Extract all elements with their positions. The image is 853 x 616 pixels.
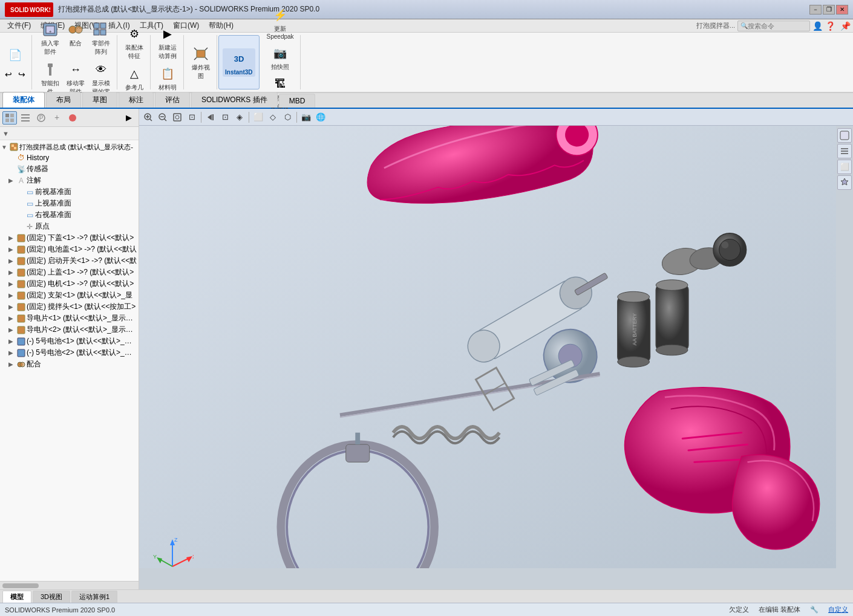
pin-icon[interactable]: 📌 xyxy=(840,21,851,31)
tree-part9-item[interactable]: ▶ 导电片<2> (默认<<默认>_显示状态 xyxy=(0,324,139,336)
tab-mbd[interactable]: MBD xyxy=(279,94,316,108)
tool-new[interactable]: 📄 xyxy=(3,44,27,66)
tree-part2-item[interactable]: ▶ (固定) 电池盖<1> ->? (默认<<默认 xyxy=(0,244,139,255)
tree-part4-item[interactable]: ▶ (固定) 上盖<1> ->? (默认<<默认> xyxy=(0,267,139,278)
svg-rect-38 xyxy=(18,280,25,288)
right-side-buttons: ⬜ xyxy=(836,126,853,192)
tree-front-plane-item[interactable]: ▭ 前视基准面 xyxy=(0,186,139,198)
search-input[interactable] xyxy=(748,22,808,30)
tree-root-item[interactable]: ▼ 打泡搅拌器总成 (默认<默认_显示状态- xyxy=(0,141,139,152)
tree-part3-item[interactable]: ▶ (固定) 启动开关<1> ->? (默认<<默 xyxy=(0,255,139,267)
annotation-label: 注解 xyxy=(27,175,41,186)
svg-rect-25 xyxy=(21,117,30,118)
svg-text:Z: Z xyxy=(174,537,178,543)
panel-scroll-horizontal[interactable] xyxy=(0,581,139,589)
speedpak-button[interactable]: ⚡ 更新Speedpak xyxy=(264,4,296,41)
svg-rect-75 xyxy=(656,285,688,350)
front-plane-label: 前视基准面 xyxy=(35,187,71,197)
part4-expand-icon: ▶ xyxy=(8,269,16,276)
top-plane-label: 上视基准面 xyxy=(35,198,71,209)
svg-rect-8 xyxy=(94,23,99,28)
part3-expand-icon: ▶ xyxy=(8,258,16,264)
vp-prev-view[interactable] xyxy=(204,111,217,124)
tool-undo[interactable]: ↩ xyxy=(2,68,15,80)
tab-sketch[interactable]: 草图 xyxy=(82,92,117,108)
tool-redo[interactable]: ↪ xyxy=(16,68,28,80)
bottom-tab-motion[interactable]: 运动算例1 xyxy=(71,591,117,603)
tree-part5-item[interactable]: ▶ (固定) 电机<1> ->? (默认<<默认> xyxy=(0,278,139,290)
minimize-button[interactable]: － xyxy=(809,5,822,15)
help-icon[interactable]: ❓ xyxy=(825,21,835,31)
part2-icon xyxy=(16,245,27,255)
tree-history-item[interactable]: ⏱ History xyxy=(0,152,139,163)
feature-tree-panel: P + ▶ ▼ ▼ 打泡搅拌器总成 (默认<默认_显示状态- xyxy=(0,109,139,589)
bottom-tab-model[interactable]: 模型 xyxy=(2,591,31,603)
user-icon[interactable]: 👤 xyxy=(812,21,823,31)
tab-plugins[interactable]: SOLIDWORKS 插件 xyxy=(191,92,278,108)
panel-tool-plus[interactable]: + xyxy=(50,111,64,125)
vp-3d-draw[interactable]: ◇ xyxy=(266,111,279,124)
tab-layout[interactable]: 布局 xyxy=(46,92,81,108)
tree-part6-item[interactable]: ▶ (固定) 支架<1> (默认<<默认>_显 xyxy=(0,290,139,301)
tree-top-plane-item[interactable]: ▭ 上视基准面 xyxy=(0,198,139,209)
tree-sensor-item[interactable]: 📡 传感器 xyxy=(0,163,139,175)
mate-button[interactable]: 配合 xyxy=(64,19,88,57)
vp-view-camera[interactable]: 📷 xyxy=(299,111,313,124)
menu-file[interactable]: 文件(F) xyxy=(2,19,36,32)
panel-tool-featuretree[interactable] xyxy=(2,111,17,125)
svg-rect-14 xyxy=(197,50,205,57)
panel-tool-properties[interactable]: P xyxy=(34,111,48,125)
array-button[interactable]: 零部件阵列 xyxy=(89,19,113,57)
part4-label: (固定) 上盖<1> ->? (默认<<默认> xyxy=(27,267,134,277)
menu-help[interactable]: 帮助(H) xyxy=(204,19,238,32)
tab-evaluate[interactable]: 评估 xyxy=(155,92,190,108)
3d-viewport[interactable]: ⊡ ⊡ ◈ ⬜ ◇ ⬡ 📷 🌐 ⬜ xyxy=(139,109,853,589)
vp-view-orient[interactable]: ⬜ xyxy=(252,111,265,124)
panel-tool-color[interactable] xyxy=(65,111,80,125)
motion-tools-group: ▶ 新建运动算例 📋 材料明细表 xyxy=(152,35,184,89)
vp-lights[interactable]: ⬡ xyxy=(281,111,294,124)
vp-zoom-fit[interactable] xyxy=(171,111,184,124)
vp-section[interactable]: ⊡ xyxy=(218,111,232,124)
tree-mate-item[interactable]: ▶ 配合 xyxy=(0,358,139,370)
vp-display-mode[interactable]: ◈ xyxy=(233,111,246,124)
vp-scene[interactable]: 🌐 xyxy=(314,111,327,124)
tree-part8-item[interactable]: ▶ 导电片<1> (默认<<默认>_显示状态 xyxy=(0,313,139,324)
panel-tool-list[interactable] xyxy=(18,111,33,125)
tree-annotation-item[interactable]: ▶ A 注解 xyxy=(0,175,139,186)
right-btn-appearance[interactable] xyxy=(837,128,852,143)
instant3d-button[interactable]: 3D Instant3D xyxy=(223,48,255,77)
origin-label: 原点 xyxy=(35,221,50,232)
new-motion-label: 新建运动算例 xyxy=(159,44,177,60)
tree-right-plane-item[interactable]: ▭ 右视基准面 xyxy=(0,209,139,221)
tree-part11-item[interactable]: ▶ (-) 5号电池<2> (默认<<默认>_显示 xyxy=(0,347,139,358)
tree-part10-item[interactable]: ▶ (-) 5号电池<1> (默认<<默认>_显示 xyxy=(0,336,139,347)
tab-markup[interactable]: 标注 xyxy=(119,92,154,108)
assembly-features-button[interactable]: ⚙ 装配体特征 xyxy=(122,23,146,62)
bottom-tab-3dview[interactable]: 3D视图 xyxy=(33,591,70,603)
tree-origin-item[interactable]: ✛ 原点 xyxy=(0,221,139,232)
customize-label[interactable]: 自定义 xyxy=(828,605,848,614)
array-icon xyxy=(91,20,111,39)
vp-zoom-out[interactable] xyxy=(156,111,169,124)
close-button[interactable]: ✕ xyxy=(836,5,848,15)
right-btn-settings[interactable] xyxy=(837,175,852,190)
window-controls[interactable]: － ❐ ✕ xyxy=(809,5,848,15)
restore-button[interactable]: ❐ xyxy=(823,5,835,15)
panel-tool-arrow[interactable]: ▶ xyxy=(122,111,136,125)
tree-part1-item[interactable]: ▶ (固定) 下盖<1> ->? (默认<<默认> xyxy=(0,232,139,244)
snapshot-button[interactable]: 📷 拍快照 xyxy=(268,42,292,73)
feature-tree: ▼ 打泡搅拌器总成 (默认<默认_显示状态- ⏱ History 📡 传感器 xyxy=(0,140,139,581)
vp-zoom-in[interactable] xyxy=(142,111,155,124)
new-motion-button[interactable]: ▶ 新建运动算例 xyxy=(155,23,180,62)
tree-part7-item[interactable]: ▶ (固定) 搅拌头<1> (默认<<按加工> xyxy=(0,301,139,313)
insert-part-button[interactable]: + 插入零部件 xyxy=(38,19,62,57)
part11-expand-icon: ▶ xyxy=(8,349,16,356)
svg-rect-22 xyxy=(5,118,9,122)
vp-zoom-area[interactable]: ⊡ xyxy=(185,111,198,124)
right-btn-scenes[interactable] xyxy=(837,144,852,158)
explode-button[interactable]: 爆炸视图 xyxy=(189,43,213,82)
tab-assembly[interactable]: 装配体 xyxy=(2,92,45,108)
part9-expand-icon: ▶ xyxy=(8,326,16,333)
right-btn-decals[interactable]: ⬜ xyxy=(837,160,852,174)
